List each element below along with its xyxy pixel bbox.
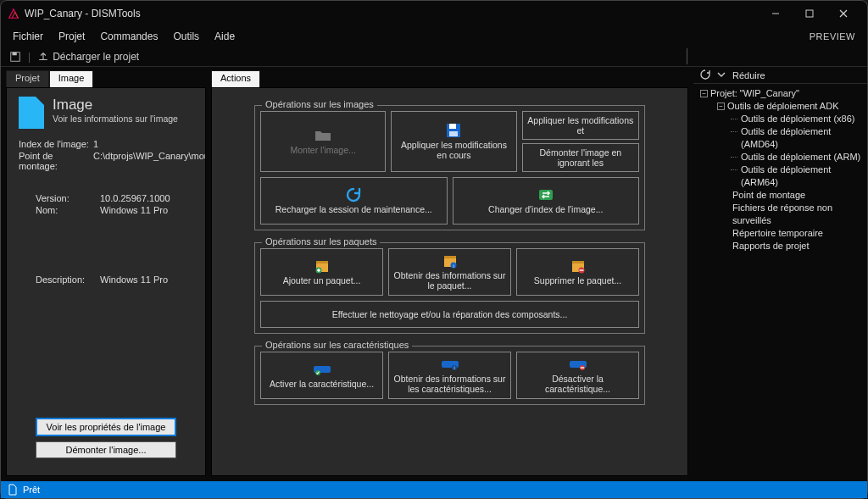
svg-rect-20 [579, 269, 583, 270]
package-operations-group: Opérations sur les paquets Ajouter un pa… [254, 242, 645, 334]
feature-info-icon: i [441, 357, 459, 372]
disable-feature-button[interactable]: Désactiver la caractéristique... [516, 352, 639, 399]
maximize-button[interactable] [793, 2, 826, 25]
feature-operations-group: Opérations sur les caractéristiques Acti… [254, 346, 645, 405]
version-value: 10.0.25967.1000 [100, 193, 193, 203]
image-file-icon [19, 97, 44, 129]
reduce-label[interactable]: Réduire [732, 70, 765, 80]
image-operations-group: Opérations sur les images Monter l'image… [254, 105, 645, 230]
svg-rect-28 [580, 367, 583, 368]
minimize-button[interactable] [759, 2, 793, 25]
menu-project[interactable]: Projet [58, 30, 85, 42]
name-value: Windows 11 Pro [100, 205, 193, 215]
menubar: Fichier Projet Commandes Outils Aide PRE… [1, 26, 867, 47]
enable-feature-button[interactable]: Activer la caractéristique... [260, 352, 383, 399]
tree-mount[interactable]: Point de montage [698, 189, 862, 202]
version-label: Version: [36, 193, 100, 203]
mount-image-button[interactable]: Monter l'image... [260, 111, 386, 172]
image-heading: Image [53, 97, 178, 114]
toolbar: | Décharger le projet [1, 47, 867, 67]
menu-commands[interactable]: Commandes [100, 30, 158, 42]
feature-disable-icon [569, 357, 587, 372]
tree-adk-x86[interactable]: Outils de déploiement (x86) [698, 113, 862, 125]
unload-project-label: Décharger le projet [53, 51, 139, 63]
svg-text:i: i [453, 366, 454, 370]
tree-temp[interactable]: Répertoire temporaire [698, 227, 862, 240]
floppy-disk-icon [446, 123, 461, 138]
image-index-value: 1 [93, 139, 205, 149]
feature-operations-legend: Opérations sur les caractéristiques [262, 340, 412, 350]
tab-project[interactable]: Projet [6, 70, 49, 87]
reload-icon [346, 187, 361, 202]
app-icon [8, 8, 19, 19]
unmount-image-button[interactable]: Démonter l'image... [36, 441, 176, 458]
tree-reports[interactable]: Rapports de projet [698, 240, 862, 252]
svg-rect-11 [316, 261, 328, 263]
svg-rect-8 [449, 131, 458, 136]
svg-rect-9 [539, 190, 553, 200]
image-subheading: Voir les informations sur l'image [53, 114, 178, 124]
add-package-button[interactable]: Ajouter un paquet... [260, 248, 383, 296]
collapse-icon[interactable] [717, 70, 726, 80]
svg-text:i: i [453, 263, 453, 269]
folder-icon [314, 128, 331, 143]
tab-actions[interactable]: Actions [211, 70, 260, 87]
close-button[interactable] [826, 2, 860, 25]
mount-point-value: C:\dtprojs\WIP_Canary\mount [93, 151, 205, 171]
preview-badge: PREVIEW [810, 31, 855, 42]
unmount-ignoring-button[interactable]: Démonter l'image en ignorant les [522, 143, 639, 172]
image-index-label: Index de l'image: [19, 139, 93, 149]
package-add-icon [314, 258, 331, 274]
save-button[interactable] [9, 51, 21, 63]
status-bar: Prêt [1, 481, 867, 498]
menu-help[interactable]: Aide [214, 30, 235, 42]
menu-file[interactable]: Fichier [13, 30, 43, 42]
tree-adk-arm[interactable]: Outils de déploiement (ARM) [698, 151, 862, 164]
titlebar: WIP_Canary - DISMTools [1, 1, 867, 26]
tree-unattended[interactable]: Fichiers de réponse non surveillés [698, 202, 862, 227]
status-text: Prêt [23, 485, 40, 495]
tree-adk-arm64[interactable]: Outils de déploiement (ARM64) [698, 164, 862, 189]
tab-image[interactable]: Image [49, 70, 94, 87]
svg-rect-1 [806, 10, 813, 17]
svg-rect-7 [449, 124, 456, 129]
image-operations-legend: Opérations sur les images [262, 99, 377, 109]
package-info-icon: i [442, 253, 459, 269]
remove-package-button[interactable]: Supprimer le paquet... [516, 248, 639, 296]
mount-point-label: Point de montage: [19, 151, 93, 171]
svg-rect-5 [13, 52, 17, 55]
change-image-index-button[interactable]: Changer d'index de l'image... [453, 177, 640, 225]
apply-pending-changes-button[interactable]: Appliquer les modifications en cours [391, 111, 516, 172]
package-remove-icon [570, 258, 587, 274]
swap-icon [537, 187, 554, 202]
refresh-icon[interactable] [700, 69, 710, 81]
description-label: Description: [36, 274, 100, 285]
tree-adk[interactable]: −Outils de déploiement ADK [698, 100, 862, 113]
component-cleanup-button[interactable]: Effectuer le nettoyage et/ou la réparati… [260, 301, 639, 328]
svg-rect-14 [444, 256, 456, 258]
apply-changes-and-button[interactable]: Appliquer les modifications et [522, 111, 639, 140]
description-value: Windows 11 Pro [100, 274, 193, 285]
window-title: WIP_Canary - DISMTools [25, 8, 141, 19]
feature-enable-icon [313, 362, 331, 377]
get-package-info-button[interactable]: i Obtenir des informations sur le paquet… [388, 248, 511, 296]
tree-project[interactable]: −Projet: "WIP_Canary" [698, 87, 862, 100]
unload-project-button[interactable]: Décharger le projet [37, 51, 139, 63]
get-feature-info-button[interactable]: i Obtenir des informations sur les carac… [388, 352, 511, 399]
name-label: Nom: [36, 205, 100, 215]
svg-rect-18 [572, 261, 584, 263]
status-doc-icon [8, 484, 18, 496]
menu-tools[interactable]: Outils [173, 30, 199, 42]
view-image-properties-button[interactable]: Voir les propriétés de l'image [36, 418, 176, 436]
package-operations-legend: Opérations sur les paquets [262, 236, 380, 247]
reload-session-button[interactable]: Recharger la session de maintenance... [260, 177, 448, 225]
side-tree-panel: Réduire −Projet: "WIP_Canary" −Outils de… [693, 67, 867, 481]
tree-adk-amd64[interactable]: Outils de déploiement (AMD64) [698, 125, 862, 151]
